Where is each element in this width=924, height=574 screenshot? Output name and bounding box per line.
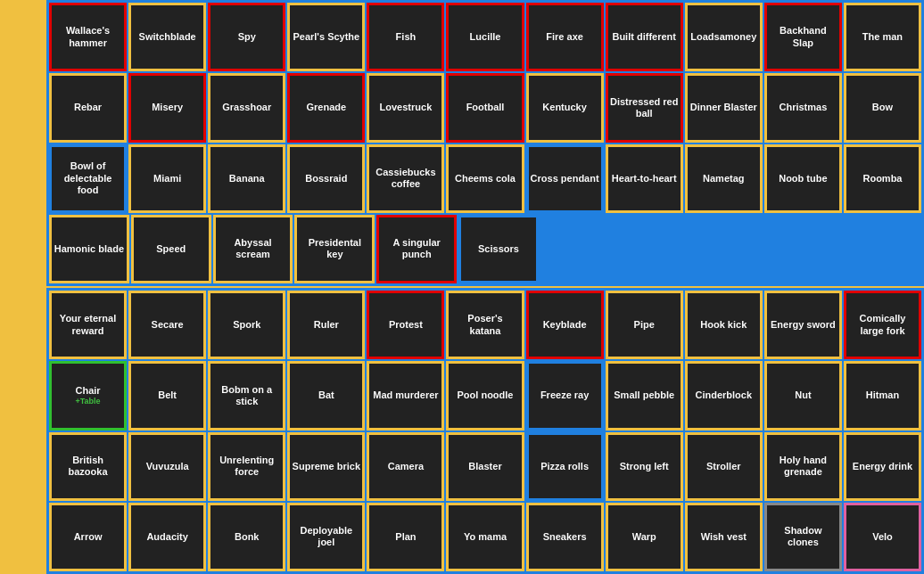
cell[interactable]: Keyblade [526,291,604,359]
cell[interactable]: Pizza rolls [526,432,604,501]
cell[interactable]: Dinner Blaster [685,73,763,142]
cell[interactable]: Rebar [49,73,127,142]
grid-row: Bowl of delectable foodMiamiBananaBossra… [49,144,921,213]
cell[interactable]: Small pebble [606,361,683,430]
cell[interactable]: Pipe [606,291,683,359]
cell[interactable]: Scissors [458,215,539,283]
grid-row: Wallace's hammerSwitchbladeSpyPearl's Sc… [49,3,921,71]
grid-row: ArrowAudacityBonkDeployable joelPlanYo m… [49,503,921,571]
cell[interactable]: Presidental key [294,215,375,283]
cell[interactable]: Spy [208,3,285,71]
cell[interactable]: Bowl of delectable food [49,144,127,213]
cell[interactable] [694,215,769,283]
cell[interactable]: Loadsamoney [685,3,763,71]
cell[interactable]: Pearl's Scythe [287,3,365,71]
cell[interactable]: Kentucky [526,73,604,142]
cell[interactable]: Noob tube [764,144,842,213]
cell[interactable]: A singular punch [376,215,457,283]
cell[interactable]: Cinderblock [685,361,763,430]
grid-area: Wallace's hammerSwitchbladeSpyPearl's Sc… [46,0,924,574]
cell[interactable]: Warp [606,503,683,571]
cell[interactable]: Hamonic blade [49,215,129,283]
cell[interactable] [617,215,692,283]
cell[interactable]: Cross pendant [526,144,604,213]
cell[interactable]: Plan [367,503,444,571]
cell[interactable]: Belt [128,361,206,430]
section-b: Your eternal rewardSecareSporkRulerProte… [46,288,924,574]
cell[interactable]: Spork [208,291,285,359]
cell[interactable]: Distressed red ball [606,73,683,142]
cell[interactable]: Audacity [128,503,206,571]
cell[interactable]: Energy sword [764,291,842,359]
cell[interactable]: Strong left [606,432,683,501]
cell[interactable]: Football [446,73,524,142]
section-a: Wallace's hammerSwitchbladeSpyPearl's Sc… [46,0,924,286]
cell[interactable]: Hitman [844,361,921,430]
cell[interactable]: Wallace's hammer [49,3,127,71]
cell[interactable]: Christmas [764,73,842,142]
cell[interactable]: Fish [367,3,444,71]
cell[interactable]: Built different [606,3,683,71]
cell[interactable] [846,215,921,283]
cell[interactable]: Fire axe [526,3,604,71]
cell[interactable] [770,215,845,283]
cell[interactable]: Pool noodle [446,361,524,430]
cell[interactable]: Freeze ray [526,361,604,430]
cell[interactable]: Bobm on a stick [208,361,285,430]
cell[interactable]: Stroller [685,432,763,501]
cell[interactable]: Arrow [49,503,127,571]
cell[interactable]: Deployable joel [287,503,365,571]
main-layout: Wallace's hammerSwitchbladeSpyPearl's Sc… [0,0,924,574]
cell[interactable] [540,215,615,283]
cell[interactable]: Bossraid [287,144,365,213]
cell[interactable]: Lucille [446,3,524,71]
cell[interactable]: Ruler [287,291,365,359]
cell[interactable]: Blaster [446,432,524,501]
cell[interactable]: Grenade [287,73,365,142]
cell[interactable]: Sneakers [526,503,604,571]
grid-row: Hamonic bladeSpeedAbyssal screamPresiden… [49,215,921,283]
cell[interactable]: Secare [128,291,206,359]
cell[interactable]: Poser's katana [446,291,524,359]
cell[interactable]: Backhand Slap [764,3,842,71]
cell[interactable]: Bow [844,73,921,142]
cell[interactable]: Holy hand grenade [764,432,842,501]
cell[interactable]: Mad murderer [367,361,444,430]
cell[interactable]: Velo [844,503,921,571]
cell[interactable]: Supreme brick [287,432,365,501]
row-labels [0,0,46,574]
cell[interactable]: Cassiebucks coffee [367,144,444,213]
cell[interactable]: Comically large fork [844,291,921,359]
cell[interactable]: Vuvuzula [128,432,206,501]
cell[interactable]: Your eternal reward [49,291,127,359]
cell[interactable]: The man [844,3,921,71]
cell[interactable]: Yo mama [446,503,524,571]
cell[interactable]: Bonk [208,503,285,571]
cell[interactable]: Energy drink [844,432,921,501]
cell[interactable]: Miami [128,144,206,213]
cell[interactable]: Switchblade [128,3,206,71]
grid-row: RebarMiseryGrasshoarGrenadeLovestruckFoo… [49,73,921,142]
cell[interactable]: Shadow clones [764,503,842,571]
grid-row: Chair+TableBeltBobm on a stickBatMad mur… [49,361,921,430]
cell[interactable]: Nametag [685,144,763,213]
cell[interactable]: Wish vest [685,503,763,571]
cell[interactable]: Camera [367,432,444,501]
cell[interactable]: Banana [208,144,285,213]
cell[interactable]: Speed [131,215,211,283]
cell[interactable]: Heart-to-heart [606,144,683,213]
cell[interactable]: Protest [367,291,444,359]
cell[interactable]: Cheems cola [446,144,524,213]
cell[interactable]: Unrelenting force [208,432,285,501]
cell[interactable]: Grasshoar [208,73,285,142]
cell[interactable]: Bat [287,361,365,430]
cell[interactable]: Nut [764,361,842,430]
cell[interactable]: Hook kick [685,291,763,359]
cell[interactable]: Lovestruck [367,73,444,142]
cell[interactable]: Roomba [844,144,921,213]
grid-row: Your eternal rewardSecareSporkRulerProte… [49,291,921,359]
cell[interactable]: Misery [128,73,206,142]
cell[interactable]: Abyssal scream [213,215,293,283]
cell[interactable]: Chair+Table [49,361,127,430]
cell[interactable]: British bazooka [49,432,127,501]
